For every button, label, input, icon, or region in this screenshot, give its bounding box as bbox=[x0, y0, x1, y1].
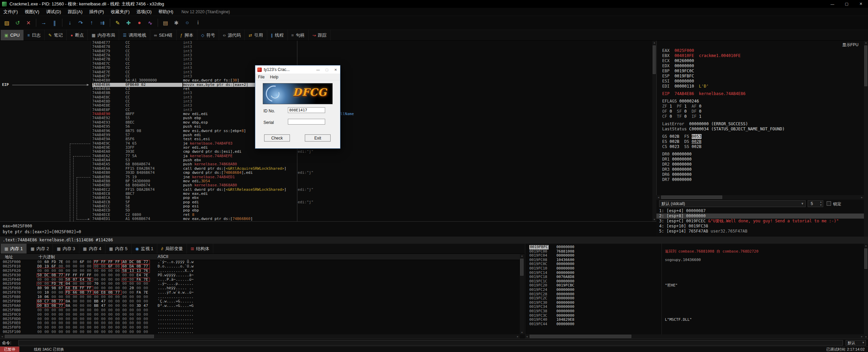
scrollbar-thumb[interactable] bbox=[864, 45, 867, 86]
tab-memory-map[interactable]: ▦内存布局 bbox=[88, 30, 119, 40]
disasm-row[interactable]: 74AB4E78CCint3 bbox=[0, 45, 652, 49]
disasm-row[interactable]: 74AB4EB8BF 543D0000mov edi,3D54 bbox=[0, 179, 652, 183]
close-button[interactable]: ✕ bbox=[854, 0, 868, 8]
disassembly-scrollbar[interactable]: ▲ ▼ bbox=[652, 41, 656, 221]
settings-gear-icon[interactable]: ✱ bbox=[171, 18, 181, 28]
step-over-icon[interactable]: ↷ bbox=[76, 18, 86, 28]
tab-cpu[interactable]: ▣CPU bbox=[1, 30, 24, 40]
disasm-row[interactable]: 74AB4EA453push ebx bbox=[0, 158, 652, 162]
scroll-up-icon[interactable]: ▲ bbox=[864, 41, 868, 44]
register-row[interactable]: OF 0 SF 0 DF 0 bbox=[657, 109, 864, 114]
disasm-row[interactable]: 74AB4EAAFF15 E0A2B674call dword ptr ds:[… bbox=[0, 167, 652, 171]
register-row[interactable]: EIP 74AB4E86 kernelbase.74AB4E86 bbox=[657, 91, 864, 96]
register-row[interactable]: LastStatus C0000034 (STATUS_OBJECT_NAME_… bbox=[657, 127, 864, 132]
scrollbar-thumb[interactable] bbox=[661, 196, 722, 199]
disasm-row[interactable]: 74AB4ECEC2 0800ret 8 bbox=[0, 213, 652, 217]
argument-row[interactable]: 5: [esp+14] 765F47AB user32.765F47AB bbox=[656, 229, 864, 234]
scroll-down-icon[interactable]: ▼ bbox=[864, 336, 868, 338]
stack-row[interactable]: 0019FC3800000000 bbox=[525, 309, 864, 314]
register-row[interactable]: EBP 0019FC0C bbox=[657, 69, 864, 74]
scroll-down-icon[interactable]: ▼ bbox=[520, 331, 524, 334]
tab-source[interactable]: ‹›源代码 bbox=[219, 30, 245, 40]
memory-row[interactable]: 0025F0E000000000000000000000000000000000… bbox=[0, 321, 520, 326]
menu-help[interactable]: 帮助(H) bbox=[155, 8, 177, 16]
minimize-button[interactable]: — bbox=[825, 0, 840, 8]
register-row[interactable]: ZF 1 PF 1 AF 0 bbox=[657, 104, 864, 109]
memory-row[interactable]: 0025F02000000000000000000000000058131376… bbox=[0, 269, 520, 273]
argument-row[interactable]: 3: [esp+C] 0019FCEC &"U要钱.Well done, you… bbox=[656, 219, 864, 224]
register-row[interactable]: CS 0023 SS 002B bbox=[657, 144, 864, 149]
tab-struct[interactable]: ⊞结构体 bbox=[187, 244, 213, 254]
breakpoint-icon[interactable]: ● bbox=[134, 18, 144, 28]
scroll-left-icon[interactable]: ◄ bbox=[657, 196, 660, 199]
stack-row[interactable]: 0019FC1000000000 bbox=[525, 266, 864, 271]
tab-script[interactable]: ƒ脚本 bbox=[177, 30, 198, 40]
memory-row[interactable]: 0025F0D000000000000000000000000000000000… bbox=[0, 317, 520, 321]
command-input[interactable] bbox=[18, 340, 843, 346]
tab-references[interactable]: ⇄引用 bbox=[245, 30, 267, 40]
stack-row[interactable]: 0019FC0400000000 bbox=[525, 254, 864, 258]
memory-row[interactable]: 0025F010D0196F000000000000006F0060DA0B77… bbox=[0, 264, 520, 269]
stack-row[interactable]: 0019FC0076881008返回到 combase.76881008 自 c… bbox=[525, 249, 864, 254]
tab-dump-1[interactable]: ▦内存 1 bbox=[1, 244, 27, 254]
menu-trace[interactable]: 跟踪(A) bbox=[64, 8, 86, 16]
scrollbar-thumb[interactable] bbox=[864, 248, 867, 269]
stack-row[interactable]: 0019FC0810436600sogoupy.10436600 bbox=[525, 258, 864, 262]
scrollbar-thumb[interactable] bbox=[5, 335, 154, 338]
command-profile-select[interactable]: 默认▼ bbox=[846, 340, 866, 346]
memory-row[interactable]: 0025F0C000000000000000000000000000000000… bbox=[0, 313, 520, 317]
stack-row[interactable]: 0019FC180070A8D8 bbox=[525, 275, 864, 279]
register-row[interactable]: EDX 00000000 bbox=[657, 63, 864, 69]
trace-wave-icon[interactable]: ∿ bbox=[145, 18, 155, 28]
register-row[interactable]: DR1 00000000 bbox=[657, 157, 864, 162]
register-row[interactable]: ESP 0019FBFC bbox=[657, 74, 864, 79]
lock-checkbox[interactable] bbox=[827, 201, 831, 206]
check-button[interactable]: Check bbox=[264, 134, 290, 142]
id-no-input[interactable] bbox=[288, 107, 325, 113]
memory-row[interactable]: 0025F03050DC0B77FFFFFFFF000000000000E47E… bbox=[0, 273, 520, 278]
memory-row[interactable]: 0025F08010060000000000000000000000000000… bbox=[0, 295, 520, 299]
registers-scrollbar[interactable]: ▲ ▼ bbox=[864, 41, 868, 244]
register-row[interactable]: ES 002B DS 002B bbox=[657, 139, 864, 144]
tab-trace[interactable]: ↝跟踪 bbox=[309, 30, 331, 40]
tab-dump-5[interactable]: ▦内存 5 bbox=[105, 244, 132, 254]
memory-row[interactable]: 0025F0B000000000000000000000000000000000… bbox=[0, 308, 520, 313]
stack-row[interactable]: 0019FC2400000000 bbox=[525, 288, 864, 292]
open-file-icon[interactable]: ▨ bbox=[2, 18, 12, 28]
scroll-up-icon[interactable]: ▲ bbox=[864, 244, 868, 247]
memory-row[interactable]: 0025F0000060FD7E00006F00FFFFFFFFA0DC0B77… bbox=[0, 260, 520, 264]
patch-pencil-icon[interactable]: ✎ bbox=[113, 18, 123, 28]
register-row[interactable]: DR0 00000000 bbox=[657, 152, 864, 157]
run-to-user-code-icon[interactable]: ⇉ bbox=[97, 18, 107, 28]
menu-favourites[interactable]: 收藏夹(F) bbox=[107, 8, 133, 16]
menu-debug[interactable]: 调试(D) bbox=[43, 8, 64, 16]
memory-row[interactable]: 0025F0500000FD7E040000007000000000000000… bbox=[0, 282, 520, 286]
calling-convention-select[interactable]: 默认 (stdcall)▼ bbox=[659, 200, 806, 207]
scroll-left-icon[interactable]: ◄ bbox=[526, 335, 528, 338]
scrollbar-thumb[interactable] bbox=[653, 45, 656, 74]
memory-hscrollbar[interactable]: ◄ ► bbox=[0, 334, 520, 339]
stack-row[interactable]: 0019FC0C00000000 bbox=[525, 262, 864, 266]
register-row[interactable]: ESI 00000000 bbox=[657, 79, 864, 84]
disasm-row[interactable]: 74AB4ECC5Epop esi bbox=[0, 204, 652, 208]
disasm-row[interactable]: 74AB4EA568 B08AB674push kernelbase.74B68… bbox=[0, 162, 652, 166]
stack-row[interactable]: 0019FC1400000000 bbox=[525, 271, 864, 275]
stack-row[interactable]: 0019FC40104829E8L"MSCTF.DLL" bbox=[525, 318, 864, 322]
search-icon[interactable]: ○ bbox=[182, 18, 192, 28]
dialog-title-bar[interactable]: ty123's Crac... — ▢ ✕ bbox=[255, 66, 340, 74]
stack-row[interactable]: 0019FC200019FCBC"哲HE" bbox=[525, 283, 864, 288]
memory-vscrollbar[interactable]: ▲ ▼ bbox=[520, 254, 524, 334]
disasm-row[interactable]: 74AB4EA277 5Aja kernelbase.74AB4EFE bbox=[0, 154, 652, 158]
stop-icon[interactable]: ✕ bbox=[23, 18, 34, 28]
register-row[interactable]: DR2 00000000 bbox=[657, 162, 864, 167]
disasm-row[interactable]: 74AB4EB0393D B486B674cmp dword ptr ds:[7… bbox=[0, 171, 652, 175]
tab-handles[interactable]: ⌗句柄 bbox=[288, 30, 309, 40]
dialog-close-button[interactable]: ✕ bbox=[331, 66, 340, 74]
register-row[interactable]: EDI 00000110 L'Đ' bbox=[657, 84, 864, 89]
disasm-row[interactable]: 74AB4E79CCint3 bbox=[0, 49, 652, 53]
stack-row[interactable]: 0019FC2800000000 bbox=[525, 292, 864, 297]
register-row[interactable]: EFLAGS 00000246 bbox=[657, 99, 864, 104]
stack-pane[interactable]: 0019FBFC000000000019FC0076881008返回到 comb… bbox=[525, 244, 864, 334]
tab-symbols[interactable]: ◇符号 bbox=[197, 30, 219, 40]
serial-input[interactable] bbox=[288, 119, 325, 125]
